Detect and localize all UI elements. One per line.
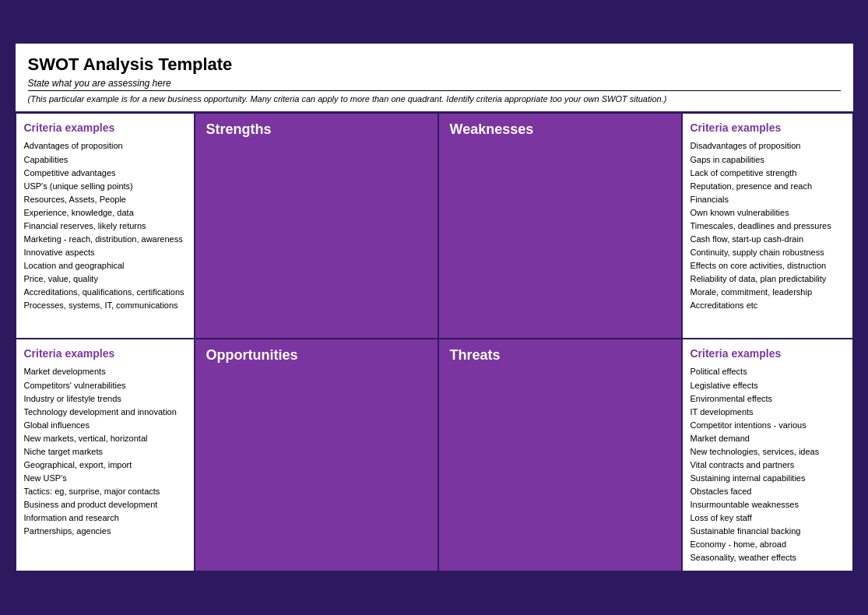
list-item: Accreditations, qualifications, certific… [24,286,186,299]
list-item: Financial reserves, likely returns [24,220,186,233]
list-item: Experience, knowledge, data [24,206,186,220]
list-item: New markets, vertical, horizontal [24,432,186,445]
bottom-left-criteria-list: Market developmentsCompetitors' vulnerab… [24,365,186,538]
page-title: SWOT Analysis Template [28,54,841,75]
bottom-left-criteria-header: Criteria examples [24,346,186,363]
top-right-criteria-list: Disadvantages of propositionGaps in capa… [691,139,845,312]
weaknesses-label: Weaknesses [450,121,534,137]
list-item: Niche target markets [24,445,186,459]
threats-quadrant[interactable]: Threats [438,339,682,571]
top-left-criteria-header: Criteria examples [24,120,186,137]
list-item: Competitor intentions - various [691,419,845,432]
list-item: Price, value, quality [24,272,186,286]
list-item: Reliability of data, plan predictability [691,272,845,286]
strengths-quadrant[interactable]: Strengths [195,113,438,339]
list-item: Financials [691,193,845,206]
list-item: Information and research [24,511,186,525]
list-item: Reputation, presence and reach [691,180,845,193]
list-item: Environmental effects [691,392,845,406]
top-right-criteria: Criteria examples Disadvantages of propo… [682,113,853,339]
list-item: Insurmountable weaknesses [691,498,845,511]
list-item: Disadvantages of proposition [691,139,845,153]
list-item: Timescales, deadlines and pressures [691,220,845,233]
swot-page: SWOT Analysis Template State what you ar… [14,42,855,573]
bottom-right-criteria: Criteria examples Political effectsLegis… [682,339,853,571]
list-item: Industry or lifestyle trends [24,392,186,406]
list-item: Legislative effects [691,379,845,392]
list-item: Vital contracts and partners [691,459,845,472]
list-item: Location and geographical [24,259,186,272]
subtitle: State what you are assessing here [28,78,841,91]
opportunities-quadrant[interactable]: Opportunities [195,339,438,571]
list-item: New USP's [24,472,186,485]
bottom-right-criteria-list: Political effectsLegislative effectsEnvi… [691,365,845,564]
top-left-criteria: Criteria examples Advantages of proposit… [16,113,195,339]
list-item: Sustaining internal capabilities [691,472,845,485]
list-item: Resources, Assets, People [24,193,186,206]
list-item: Capabilities [24,153,186,167]
list-item: Economy - home, abroad [691,538,845,551]
list-item: Partnerships, agencies [24,525,186,538]
list-item: Technology development and innovation [24,406,186,419]
list-item: Lack of competitive strength [691,167,845,180]
description: (This particular example is for a new bu… [28,94,841,104]
top-right-criteria-header: Criteria examples [691,120,845,137]
list-item: Advantages of proposition [24,139,186,153]
list-item: Obstacles faced [691,485,845,498]
bottom-left-criteria: Criteria examples Market developmentsCom… [16,339,195,571]
list-item: Cash flow, start-up cash-drain [691,233,845,246]
swot-grid: Criteria examples Advantages of proposit… [16,113,853,571]
list-item: Seasonality, weather effects [691,551,845,564]
strengths-label: Strengths [206,121,272,137]
list-item: Market developments [24,365,186,378]
bottom-right-criteria-header: Criteria examples [691,346,845,363]
list-item: Global influences [24,419,186,432]
weaknesses-quadrant[interactable]: Weaknesses [438,113,682,339]
top-left-criteria-list: Advantages of propositionCapabilitiesCom… [24,139,186,312]
list-item: Gaps in capabilities [691,153,845,167]
list-item: Market demand [691,432,845,445]
list-item: Business and product development [24,498,186,511]
list-item: Continuity, supply chain robustness [691,246,845,259]
list-item: Own known vulnerabilities [691,206,845,220]
list-item: IT developments [691,406,845,419]
list-item: Tactics: eg, surprise, major contacts [24,485,186,498]
list-item: Political effects [691,365,845,378]
list-item: Marketing - reach, distribution, awarene… [24,233,186,246]
list-item: Sustainable financial backing [691,525,845,538]
list-item: Competitive advantages [24,167,186,180]
list-item: Processes, systems, IT, communications [24,299,186,312]
list-item: Effects on core activities, distruction [691,259,845,272]
list-item: Geographical, export, import [24,459,186,472]
list-item: Innovative aspects [24,246,186,259]
list-item: Accreditations etc [691,299,845,312]
list-item: Morale, commitment, leadership [691,286,845,299]
threats-label: Threats [450,347,501,363]
header-section: SWOT Analysis Template State what you ar… [16,44,853,113]
list-item: New technologies, services, ideas [691,445,845,459]
opportunities-label: Opportunities [206,347,298,363]
list-item: Competitors' vulnerabilities [24,379,186,392]
list-item: USP's (unique selling points) [24,180,186,193]
list-item: Loss of key staff [691,511,845,525]
